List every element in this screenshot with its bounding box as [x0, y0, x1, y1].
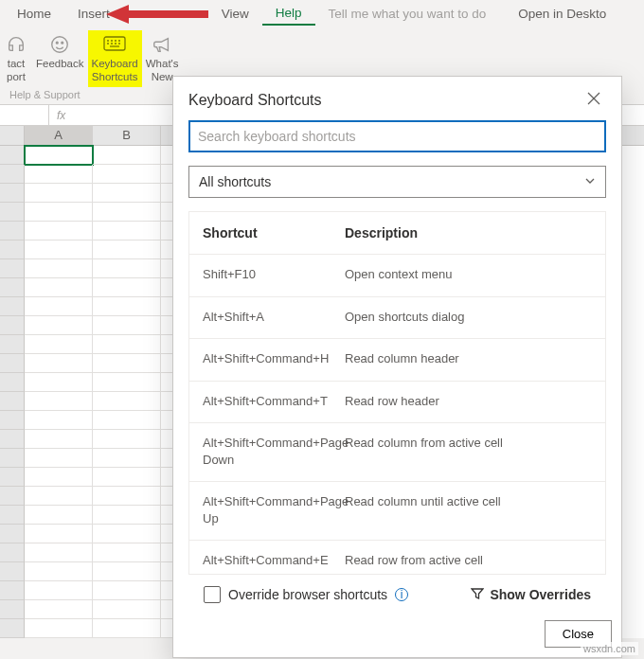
grid-cell[interactable]: [93, 335, 161, 354]
grid-cell[interactable]: [93, 240, 161, 259]
open-in-desktop[interactable]: Open in Deskto: [505, 3, 619, 25]
col-header-b[interactable]: B: [93, 126, 161, 145]
row-header[interactable]: [0, 411, 25, 430]
keyboard-shortcuts-button[interactable]: Keyboard Shortcuts: [88, 30, 142, 87]
table-row[interactable]: Alt+Shift+Command+Page UpRead column unt…: [189, 482, 605, 541]
grid-cell[interactable]: [25, 562, 93, 581]
fx-icon[interactable]: fx: [49, 109, 73, 122]
row-header[interactable]: [0, 165, 25, 184]
row-header[interactable]: [0, 259, 25, 278]
row-header[interactable]: [0, 392, 25, 411]
row-header[interactable]: [0, 525, 25, 543]
grid-cell[interactable]: [25, 468, 93, 487]
select-all-corner[interactable]: [0, 126, 25, 145]
row-header[interactable]: [0, 543, 25, 562]
row-header[interactable]: [0, 222, 25, 240]
grid-cell[interactable]: [25, 240, 93, 259]
row-header[interactable]: [0, 562, 25, 581]
search-input[interactable]: [188, 120, 606, 152]
filter-dropdown[interactable]: All shortcuts: [188, 166, 606, 198]
grid-cell[interactable]: [25, 411, 93, 430]
col-header-a[interactable]: A: [25, 126, 93, 145]
grid-cell[interactable]: [93, 165, 161, 184]
row-header[interactable]: [0, 581, 25, 600]
grid-cell[interactable]: [25, 487, 93, 506]
grid-cell[interactable]: [93, 506, 161, 525]
row-header[interactable]: [0, 487, 25, 506]
tab-view[interactable]: View: [208, 3, 262, 25]
table-row[interactable]: Alt+Shift+AOpen shortcuts dialog: [189, 297, 605, 340]
row-header[interactable]: [0, 468, 25, 487]
grid-cell[interactable]: [93, 316, 161, 335]
table-row[interactable]: Alt+Shift+Command+ERead row from active …: [189, 541, 605, 575]
grid-cell[interactable]: [93, 146, 161, 165]
row-header[interactable]: [0, 600, 25, 619]
grid-cell[interactable]: [93, 487, 161, 506]
row-header[interactable]: [0, 316, 25, 335]
grid-cell[interactable]: [25, 600, 93, 619]
grid-cell[interactable]: [93, 203, 161, 222]
info-icon[interactable]: i: [395, 588, 408, 601]
row-header[interactable]: [0, 297, 25, 316]
grid-cell[interactable]: [25, 316, 93, 335]
grid-cell[interactable]: [93, 222, 161, 240]
tab-insert[interactable]: Insert: [64, 3, 123, 25]
grid-cell[interactable]: [93, 430, 161, 449]
row-header[interactable]: [0, 619, 25, 638]
grid-cell[interactable]: [93, 619, 161, 638]
feedback-button[interactable]: Feedback: [32, 30, 88, 87]
table-row[interactable]: Alt+Shift+Command+Page DownRead column f…: [189, 423, 605, 482]
table-row[interactable]: Shift+F10Open context menu: [189, 255, 605, 297]
row-header[interactable]: [0, 449, 25, 468]
row-header[interactable]: [0, 146, 25, 165]
tell-me[interactable]: Tell me what you want to do: [315, 3, 500, 25]
row-header[interactable]: [0, 203, 25, 222]
row-header[interactable]: [0, 278, 25, 297]
grid-cell[interactable]: [25, 259, 93, 278]
grid-cell[interactable]: [93, 411, 161, 430]
grid-cell[interactable]: [25, 335, 93, 354]
grid-cell[interactable]: [25, 430, 93, 449]
grid-cell[interactable]: [25, 525, 93, 543]
row-header[interactable]: [0, 354, 25, 373]
grid-cell[interactable]: [93, 543, 161, 562]
grid-cell[interactable]: [25, 165, 93, 184]
grid-cell[interactable]: [93, 468, 161, 487]
contact-support-button[interactable]: tact port: [0, 30, 32, 87]
grid-cell[interactable]: [93, 184, 161, 203]
grid-cell[interactable]: [25, 184, 93, 203]
grid-cell[interactable]: [25, 203, 93, 222]
name-box[interactable]: [0, 105, 49, 125]
grid-cell[interactable]: [25, 354, 93, 373]
tab-help[interactable]: Help: [262, 2, 315, 26]
grid-cell[interactable]: [25, 506, 93, 525]
grid-cell[interactable]: [25, 543, 93, 562]
grid-cell[interactable]: [93, 581, 161, 600]
table-row[interactable]: Alt+Shift+Command+TRead row header: [189, 382, 605, 424]
row-header[interactable]: [0, 240, 25, 259]
grid-cell[interactable]: [25, 278, 93, 297]
grid-cell[interactable]: [93, 354, 161, 373]
grid-cell[interactable]: [93, 373, 161, 392]
row-header[interactable]: [0, 335, 25, 354]
grid-cell[interactable]: [25, 449, 93, 468]
row-header[interactable]: [0, 184, 25, 203]
grid-cell[interactable]: [93, 525, 161, 543]
row-header[interactable]: [0, 506, 25, 525]
grid-cell[interactable]: [25, 619, 93, 638]
grid-cell[interactable]: [93, 449, 161, 468]
grid-cell[interactable]: [93, 278, 161, 297]
row-header[interactable]: [0, 373, 25, 392]
show-overrides-button[interactable]: Show Overrides: [471, 587, 591, 603]
grid-cell[interactable]: [25, 581, 93, 600]
table-row[interactable]: Alt+Shift+Command+HRead column header: [189, 339, 605, 382]
grid-cell[interactable]: [25, 222, 93, 240]
grid-cell[interactable]: [25, 146, 93, 165]
grid-cell[interactable]: [93, 297, 161, 316]
grid-cell[interactable]: [93, 562, 161, 581]
grid-cell[interactable]: [93, 259, 161, 278]
tab-home[interactable]: Home: [4, 3, 64, 25]
close-icon[interactable]: [581, 90, 606, 111]
override-checkbox[interactable]: Override browser shortcuts i: [204, 586, 408, 603]
row-header[interactable]: [0, 430, 25, 449]
